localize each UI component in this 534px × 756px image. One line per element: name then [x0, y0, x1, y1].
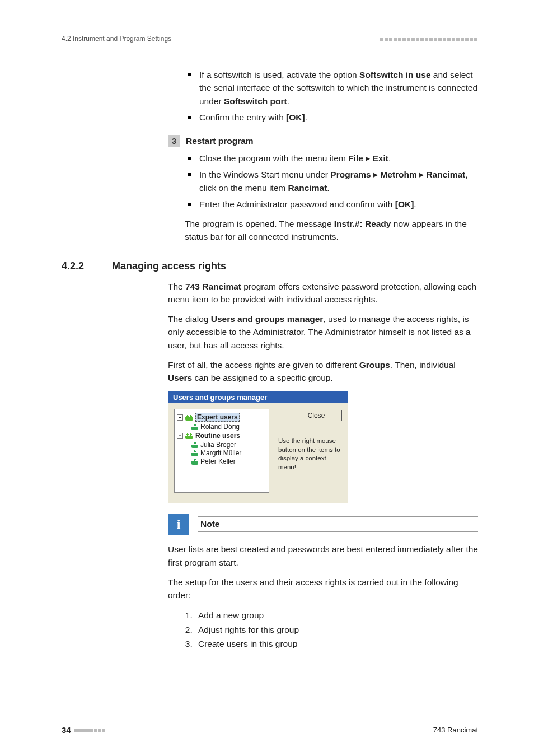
section-body: The 743 Rancimat program offers extensiv… [168, 280, 478, 651]
footer-left: 34 [62, 725, 106, 735]
step-bullets: Close the program with the menu item Fil… [185, 152, 478, 211]
note-label: Note [198, 519, 478, 529]
tree-user[interactable]: Julia Broger [191, 441, 266, 449]
bullet-item: Enter the Administrator password and con… [185, 198, 478, 211]
user-icon [191, 450, 198, 456]
group-tree[interactable]: - Expert users Roland Dörig - Routine us… [174, 409, 269, 493]
tree-group[interactable]: - Routine users [177, 432, 266, 440]
header-ornament [380, 35, 478, 43]
group-label: Expert users [195, 413, 240, 422]
note-header: i Note [168, 514, 478, 535]
user-label: Roland Dörig [200, 423, 240, 431]
setup-steps: Add a new group Adjust rights for this g… [168, 608, 478, 651]
paragraph: The 743 Rancimat program offers extensiv… [168, 280, 478, 306]
tree-user[interactable]: Margrit Müller [191, 449, 266, 457]
paragraph: First of all, the access rights are give… [168, 358, 478, 385]
tree-user[interactable]: Peter Keller [191, 458, 266, 465]
info-icon: i [168, 514, 189, 535]
step-number: 3 [168, 135, 180, 147]
paragraph: The dialog Users and groups manager, use… [168, 312, 478, 352]
user-label: Margrit Müller [200, 449, 241, 457]
collapse-icon[interactable]: - [177, 433, 183, 439]
user-icon [191, 441, 198, 448]
group-icon [185, 414, 193, 421]
user-label: Peter Keller [200, 458, 236, 465]
running-footer: 34 743 Rancimat [62, 725, 478, 735]
note-block: i Note User lists are best created and p… [168, 514, 478, 569]
content-column: If a softswitch is used, activate the op… [168, 68, 478, 244]
user-icon [191, 423, 198, 430]
user-label: Julia Broger [200, 441, 236, 449]
dialog-right-pane: Close Use the right mouse button on the … [278, 409, 342, 493]
paragraph: The setup for the users and their access… [168, 576, 478, 602]
dialog-hint: Use the right mouse button on the items … [278, 437, 342, 472]
tree-group[interactable]: - Expert users [177, 413, 266, 422]
group-icon [185, 432, 193, 439]
footer-ornament [74, 726, 106, 734]
group-label: Routine users [195, 432, 240, 440]
running-header: 4.2 Instrument and Program Settings [62, 35, 478, 43]
dialog-title: Users and groups manager [168, 391, 348, 403]
page-number: 34 [62, 725, 71, 735]
page: 4.2 Instrument and Program Settings If a… [0, 0, 534, 756]
section-number: 4.2.2 [62, 260, 112, 272]
header-section-path: 4.2 Instrument and Program Settings [62, 35, 171, 43]
intro-bullets: If a softswitch is used, activate the op… [185, 68, 478, 124]
bullet-item: Close the program with the menu item Fil… [185, 152, 478, 165]
list-item: Create users in this group [195, 637, 478, 651]
step-summary: The program is opened. The message Instr… [185, 217, 478, 244]
users-groups-dialog: Users and groups manager - Expert users … [168, 391, 348, 503]
list-item: Adjust rights for this group [195, 623, 478, 637]
section-title: Managing access rights [112, 260, 226, 272]
note-body: User lists are best created and password… [168, 543, 478, 569]
user-icon [191, 458, 198, 465]
collapse-icon[interactable]: - [177, 414, 183, 421]
close-button[interactable]: Close [291, 410, 342, 421]
section-heading: 4.2.2 Managing access rights [62, 260, 478, 272]
list-item: Add a new group [195, 608, 478, 623]
bullet-item: In the Windows Start menu under Programs… [185, 168, 478, 194]
bullet-item: Confirm the entry with [OK]. [185, 111, 478, 124]
step-header: 3 Restart program [168, 135, 478, 147]
note-label-wrap: Note [198, 516, 478, 532]
dialog-body: - Expert users Roland Dörig - Routine us… [168, 403, 348, 503]
bullet-item: If a softswitch is used, activate the op… [185, 68, 478, 108]
tree-user[interactable]: Roland Dörig [191, 423, 266, 431]
footer-product: 743 Rancimat [433, 726, 478, 734]
step-title: Restart program [186, 135, 254, 146]
